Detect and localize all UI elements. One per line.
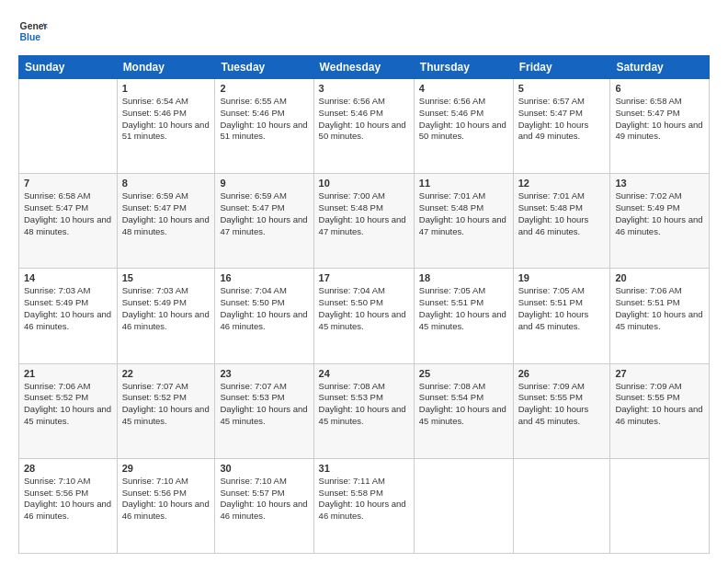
day-info: Sunrise: 6:56 AM Sunset: 5:46 PM Dayligh…	[419, 96, 508, 143]
day-number: 2	[220, 83, 308, 94]
calendar-cell: 15 Sunrise: 7:03 AM Sunset: 5:49 PM Dayl…	[117, 269, 215, 363]
day-number: 30	[220, 463, 308, 474]
calendar-week-row: 7 Sunrise: 6:58 AM Sunset: 5:47 PM Dayli…	[19, 174, 710, 269]
calendar-cell: 26 Sunrise: 7:09 AM Sunset: 5:55 PM Dayl…	[513, 363, 610, 458]
day-info: Sunrise: 7:10 AM Sunset: 5:57 PM Dayligh…	[220, 476, 308, 523]
day-number: 21	[24, 368, 112, 379]
calendar-cell	[414, 458, 513, 553]
day-info: Sunrise: 7:08 AM Sunset: 5:53 PM Dayligh…	[319, 381, 409, 428]
calendar-cell: 6 Sunrise: 6:58 AM Sunset: 5:47 PM Dayli…	[610, 79, 710, 174]
day-number: 11	[419, 178, 508, 189]
calendar-cell: 4 Sunrise: 6:56 AM Sunset: 5:46 PM Dayli…	[414, 79, 513, 174]
day-info: Sunrise: 6:56 AM Sunset: 5:46 PM Dayligh…	[319, 96, 409, 143]
weekday-header: Saturday	[610, 56, 710, 79]
calendar-cell: 23 Sunrise: 7:07 AM Sunset: 5:53 PM Dayl…	[215, 363, 313, 458]
day-info: Sunrise: 6:57 AM Sunset: 5:47 PM Dayligh…	[518, 96, 606, 143]
day-number: 4	[419, 83, 508, 94]
logo: General Blue	[18, 17, 48, 46]
calendar-cell: 17 Sunrise: 7:04 AM Sunset: 5:50 PM Dayl…	[313, 269, 414, 363]
day-info: Sunrise: 7:10 AM Sunset: 5:56 PM Dayligh…	[24, 476, 112, 523]
day-info: Sunrise: 7:05 AM Sunset: 5:51 PM Dayligh…	[419, 285, 508, 332]
day-number: 13	[615, 178, 704, 189]
day-number: 29	[122, 463, 210, 474]
day-number: 8	[122, 178, 210, 189]
calendar-week-row: 1 Sunrise: 6:54 AM Sunset: 5:46 PM Dayli…	[19, 79, 710, 174]
day-number: 12	[518, 178, 606, 189]
calendar-cell: 29 Sunrise: 7:10 AM Sunset: 5:56 PM Dayl…	[117, 458, 215, 553]
day-info: Sunrise: 7:09 AM Sunset: 5:55 PM Dayligh…	[615, 381, 704, 428]
day-info: Sunrise: 7:10 AM Sunset: 5:56 PM Dayligh…	[122, 476, 210, 523]
day-number: 16	[220, 272, 308, 283]
calendar-cell: 5 Sunrise: 6:57 AM Sunset: 5:47 PM Dayli…	[513, 79, 610, 174]
day-number: 5	[518, 83, 606, 94]
calendar-cell: 14 Sunrise: 7:03 AM Sunset: 5:49 PM Dayl…	[19, 269, 118, 363]
logo-icon: General Blue	[18, 17, 48, 46]
day-number: 22	[122, 368, 210, 379]
day-info: Sunrise: 6:59 AM Sunset: 5:47 PM Dayligh…	[122, 190, 210, 237]
weekday-header: Sunday	[19, 56, 118, 79]
day-info: Sunrise: 6:58 AM Sunset: 5:47 PM Dayligh…	[24, 190, 112, 237]
weekday-header: Thursday	[414, 56, 513, 79]
day-number: 3	[319, 83, 409, 94]
day-info: Sunrise: 7:11 AM Sunset: 5:58 PM Dayligh…	[319, 476, 409, 523]
calendar-cell: 28 Sunrise: 7:10 AM Sunset: 5:56 PM Dayl…	[19, 458, 118, 553]
calendar-cell: 13 Sunrise: 7:02 AM Sunset: 5:49 PM Dayl…	[610, 174, 710, 269]
calendar-cell: 30 Sunrise: 7:10 AM Sunset: 5:57 PM Dayl…	[215, 458, 313, 553]
day-number: 14	[24, 272, 112, 283]
calendar-cell: 10 Sunrise: 7:00 AM Sunset: 5:48 PM Dayl…	[313, 174, 414, 269]
day-number: 7	[24, 178, 112, 189]
day-info: Sunrise: 7:06 AM Sunset: 5:51 PM Dayligh…	[615, 285, 704, 332]
weekday-header: Tuesday	[215, 56, 313, 79]
day-number: 9	[220, 178, 308, 189]
day-number: 10	[319, 178, 409, 189]
day-number: 18	[419, 272, 508, 283]
calendar-cell	[19, 79, 118, 174]
calendar-week-row: 21 Sunrise: 7:06 AM Sunset: 5:52 PM Dayl…	[19, 363, 710, 458]
day-number: 26	[518, 368, 606, 379]
day-info: Sunrise: 7:01 AM Sunset: 5:48 PM Dayligh…	[518, 190, 606, 237]
day-number: 1	[122, 83, 210, 94]
calendar-cell: 3 Sunrise: 6:56 AM Sunset: 5:46 PM Dayli…	[313, 79, 414, 174]
calendar-cell	[513, 458, 610, 553]
calendar-cell: 22 Sunrise: 7:07 AM Sunset: 5:52 PM Dayl…	[117, 363, 215, 458]
day-info: Sunrise: 7:00 AM Sunset: 5:48 PM Dayligh…	[319, 190, 409, 237]
day-info: Sunrise: 6:55 AM Sunset: 5:46 PM Dayligh…	[220, 96, 308, 143]
calendar-cell: 20 Sunrise: 7:06 AM Sunset: 5:51 PM Dayl…	[610, 269, 710, 363]
weekday-header-row: SundayMondayTuesdayWednesdayThursdayFrid…	[19, 56, 710, 79]
calendar-cell: 16 Sunrise: 7:04 AM Sunset: 5:50 PM Dayl…	[215, 269, 313, 363]
calendar-week-row: 28 Sunrise: 7:10 AM Sunset: 5:56 PM Dayl…	[19, 458, 710, 553]
calendar-cell: 7 Sunrise: 6:58 AM Sunset: 5:47 PM Dayli…	[19, 174, 118, 269]
day-info: Sunrise: 7:04 AM Sunset: 5:50 PM Dayligh…	[220, 285, 308, 332]
calendar-cell: 12 Sunrise: 7:01 AM Sunset: 5:48 PM Dayl…	[513, 174, 610, 269]
day-number: 28	[24, 463, 112, 474]
day-info: Sunrise: 7:07 AM Sunset: 5:52 PM Dayligh…	[122, 381, 210, 428]
day-info: Sunrise: 6:59 AM Sunset: 5:47 PM Dayligh…	[220, 190, 308, 237]
calendar-cell	[610, 458, 710, 553]
day-info: Sunrise: 7:06 AM Sunset: 5:52 PM Dayligh…	[24, 381, 112, 428]
calendar-cell: 24 Sunrise: 7:08 AM Sunset: 5:53 PM Dayl…	[313, 363, 414, 458]
weekday-header: Wednesday	[313, 56, 414, 79]
day-number: 15	[122, 272, 210, 283]
day-info: Sunrise: 6:58 AM Sunset: 5:47 PM Dayligh…	[615, 96, 704, 143]
day-info: Sunrise: 7:03 AM Sunset: 5:49 PM Dayligh…	[24, 285, 112, 332]
day-info: Sunrise: 6:54 AM Sunset: 5:46 PM Dayligh…	[122, 96, 210, 143]
day-number: 25	[419, 368, 508, 379]
day-info: Sunrise: 7:05 AM Sunset: 5:51 PM Dayligh…	[518, 285, 606, 332]
calendar-cell: 25 Sunrise: 7:08 AM Sunset: 5:54 PM Dayl…	[414, 363, 513, 458]
day-number: 20	[615, 272, 704, 283]
day-info: Sunrise: 7:02 AM Sunset: 5:49 PM Dayligh…	[615, 190, 704, 237]
day-number: 17	[319, 272, 409, 283]
header: General Blue	[18, 17, 710, 46]
day-number: 6	[615, 83, 704, 94]
day-info: Sunrise: 7:01 AM Sunset: 5:48 PM Dayligh…	[419, 190, 508, 237]
calendar-cell: 21 Sunrise: 7:06 AM Sunset: 5:52 PM Dayl…	[19, 363, 118, 458]
calendar-cell: 27 Sunrise: 7:09 AM Sunset: 5:55 PM Dayl…	[610, 363, 710, 458]
weekday-header: Monday	[117, 56, 215, 79]
day-number: 24	[319, 368, 409, 379]
day-number: 19	[518, 272, 606, 283]
svg-text:Blue: Blue	[20, 32, 41, 42]
day-info: Sunrise: 7:09 AM Sunset: 5:55 PM Dayligh…	[518, 381, 606, 428]
calendar-cell: 31 Sunrise: 7:11 AM Sunset: 5:58 PM Dayl…	[313, 458, 414, 553]
calendar-cell: 2 Sunrise: 6:55 AM Sunset: 5:46 PM Dayli…	[215, 79, 313, 174]
calendar-week-row: 14 Sunrise: 7:03 AM Sunset: 5:49 PM Dayl…	[19, 269, 710, 363]
